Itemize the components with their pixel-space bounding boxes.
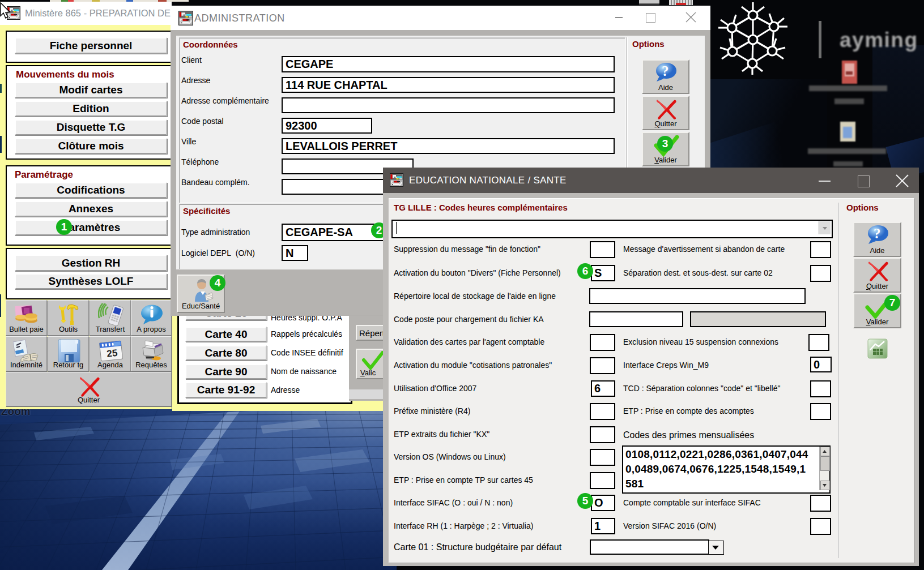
svg-text:?: ? (662, 63, 669, 79)
svg-text:25: 25 (107, 348, 118, 359)
svg-text:?: ? (874, 226, 881, 241)
